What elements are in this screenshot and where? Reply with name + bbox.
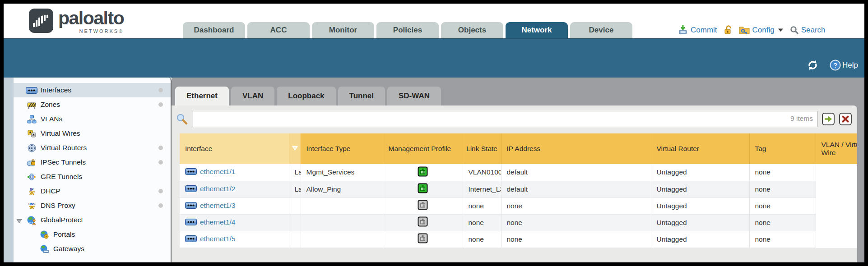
interface-link[interactable]: ethernet1/3 xyxy=(200,202,235,209)
paloalto-logo-icon xyxy=(29,9,53,33)
filter-input[interactable] xyxy=(193,111,817,127)
column-header-vlan-virtual-wire[interactable]: VLAN / Virtual Wire xyxy=(816,133,857,164)
help-button[interactable]: ? Help xyxy=(830,60,858,71)
sidebar-item-label: IPSec Tunnels xyxy=(41,158,86,166)
gateways-icon xyxy=(38,245,51,253)
tag-cell: Untagged xyxy=(651,181,749,197)
svg-text:IP: IP xyxy=(30,187,33,192)
globalprotect-icon xyxy=(25,216,38,225)
column-header-tag[interactable]: Tag xyxy=(749,133,816,164)
expand-triangle-icon[interactable] xyxy=(16,217,22,225)
nav-tab-acc[interactable]: ACC xyxy=(247,22,310,38)
zones-icon xyxy=(25,101,38,109)
nav-tab-monitor[interactable]: Monitor xyxy=(312,22,374,38)
ethernet-icon xyxy=(185,236,197,243)
interface-link[interactable]: ethernet1/5 xyxy=(200,235,235,243)
sidebar-item-vlans[interactable]: VLANs xyxy=(14,112,171,126)
search-label: Search xyxy=(801,26,826,35)
interfaces-panel: 9 items xyxy=(172,105,857,262)
sidebar-item-label: GlobalProtect xyxy=(41,216,83,224)
interface-type-cell xyxy=(289,231,301,248)
config-button[interactable]: Config xyxy=(738,25,784,35)
table-row: ethernet1/5nonenoneUntaggednone xyxy=(180,231,857,248)
item-status-dot xyxy=(158,102,163,107)
interface-type-cell: Layer3 xyxy=(289,181,301,197)
interface-link[interactable]: ethernet1/2 xyxy=(200,185,235,193)
svg-text:?: ? xyxy=(833,62,837,69)
column-header-interface-type[interactable]: Interface Type xyxy=(301,133,383,164)
interface-link[interactable]: ethernet1/4 xyxy=(200,218,235,226)
column-header-link-state[interactable]: Link State xyxy=(463,133,501,164)
nav-tab-policies[interactable]: Policies xyxy=(376,22,439,38)
ip-address-cell: VLAN0100_L3_10-1-100-254--24 xyxy=(463,164,501,181)
commit-button[interactable]: Commit xyxy=(678,25,717,35)
sidebar-item-portals[interactable]: Portals xyxy=(14,227,171,242)
main-pane: EthernetVLANLoopbackTunnelSD-WAN 9 items xyxy=(172,78,864,262)
tab-sd-wan[interactable]: SD-WAN xyxy=(387,87,441,105)
link-state-up-icon[interactable] xyxy=(418,170,428,178)
column-header-management-profile[interactable]: Management Profile xyxy=(383,133,463,164)
sidebar-item-gateways[interactable]: Gateways xyxy=(14,242,171,256)
sidebar-item-globalprotect[interactable]: GlobalProtect xyxy=(14,213,171,227)
virtual-router-cell: none xyxy=(501,231,651,248)
vlan-wire-cell: none xyxy=(749,231,816,248)
management-profile-cell xyxy=(301,214,383,231)
nav-tab-objects[interactable]: Objects xyxy=(441,22,503,38)
sidebar-item-zones[interactable]: Zones xyxy=(14,97,171,112)
ip-address-cell: none xyxy=(463,231,501,248)
sidebar-item-interfaces[interactable]: Interfaces xyxy=(14,83,171,97)
column-header-ip-address[interactable]: IP Address xyxy=(501,133,651,164)
link-state-down-icon[interactable] xyxy=(418,237,428,245)
link-state-down-icon[interactable] xyxy=(418,204,428,211)
interfaces-table-wrap: InterfaceInterface TypeManagement Profil… xyxy=(180,133,857,262)
table-row: ethernet1/2Layer3Allow_PingInternet_L3_2… xyxy=(180,181,857,197)
help-label: Help xyxy=(842,61,858,70)
dhcp-icon: IP xyxy=(25,187,38,196)
tag-cell: Untagged xyxy=(651,214,749,231)
link-state-cell xyxy=(383,164,463,181)
apply-filter-button[interactable] xyxy=(822,113,835,125)
refresh-button[interactable] xyxy=(807,60,819,70)
vlan-wire-cell: none xyxy=(749,197,816,214)
secondary-bar: ? Help xyxy=(4,38,864,78)
app-window: paloalto NETWORKS® DashboardACCMonitorPo… xyxy=(4,4,864,262)
nav-tab-dashboard[interactable]: Dashboard xyxy=(183,22,245,38)
sidebar-item-gre-tunnels[interactable]: GRE Tunnels xyxy=(14,170,171,184)
nav-tab-device[interactable]: Device xyxy=(570,22,632,38)
ethernet-icon xyxy=(185,202,197,210)
tab-vlan[interactable]: VLAN xyxy=(231,87,274,105)
sidebar-item-ipsec-tunnels[interactable]: IPSec Tunnels xyxy=(14,155,171,170)
ip-address-cell: none xyxy=(463,214,501,231)
interface-link[interactable]: ethernet1/1 xyxy=(200,168,235,175)
link-state-cell xyxy=(383,214,463,231)
tab-loopback[interactable]: Loopback xyxy=(277,87,335,105)
sidebar-item-dhcp[interactable]: IPDHCP xyxy=(14,184,171,198)
lock-button[interactable] xyxy=(724,25,732,35)
sidebar-item-label: VLANs xyxy=(41,115,62,123)
search-button[interactable]: Search xyxy=(790,26,826,35)
column-header-virtual-router[interactable]: Virtual Router xyxy=(651,133,749,164)
sidebar-item-label: Zones xyxy=(41,101,60,109)
refresh-icon xyxy=(807,60,819,70)
left-margin-strip xyxy=(4,78,14,262)
link-state-cell xyxy=(383,181,463,197)
commit-label: Commit xyxy=(691,26,717,35)
sidebar-item-virtual-routers[interactable]: Virtual Routers xyxy=(14,141,171,155)
brand-subtitle: NETWORKS® xyxy=(79,28,124,34)
link-state-up-icon[interactable] xyxy=(418,187,428,195)
items-count: 9 items xyxy=(790,115,813,123)
lock-icon xyxy=(724,25,732,35)
link-state-down-icon[interactable] xyxy=(418,220,428,228)
tab-ethernet[interactable]: Ethernet xyxy=(175,87,229,105)
table-row: ethernet1/1Layer3Mgmt_ServicesVLAN0100_L… xyxy=(180,164,857,181)
virtual-routers-icon xyxy=(25,144,38,152)
sort-dropdown[interactable] xyxy=(289,133,301,164)
tab-tunnel[interactable]: Tunnel xyxy=(338,87,385,105)
sidebar-item-dns-proxy[interactable]: DNSDNS Proxy xyxy=(14,198,171,213)
sidebar-item-virtual-wires[interactable]: Virtual Wires xyxy=(14,126,171,141)
app-header: paloalto NETWORKS® DashboardACCMonitorPo… xyxy=(4,4,864,38)
clear-filter-button[interactable] xyxy=(839,113,852,125)
column-header-interface[interactable]: Interface xyxy=(180,133,289,164)
item-status-dot xyxy=(158,160,163,165)
nav-tab-network[interactable]: Network xyxy=(506,22,568,38)
